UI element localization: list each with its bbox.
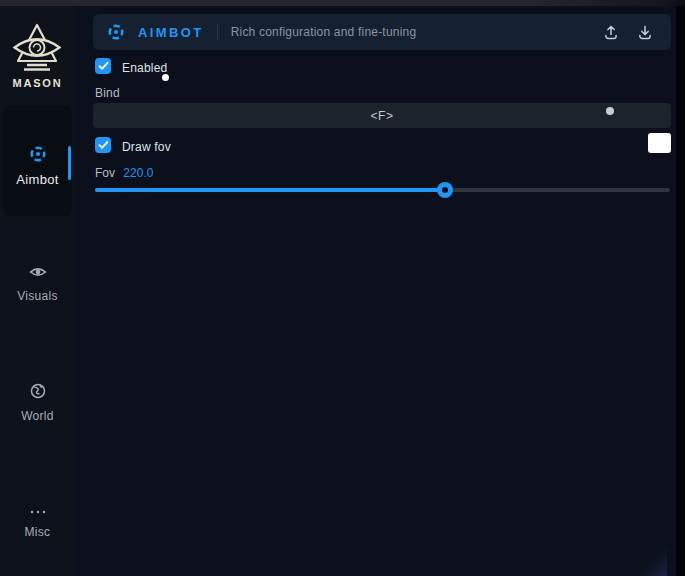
check-icon xyxy=(98,140,109,150)
sidebar-item-aimbot[interactable]: Aimbot xyxy=(0,145,75,187)
window-right-edge xyxy=(676,6,685,576)
draw-fov-checkbox[interactable] xyxy=(95,137,111,153)
enabled-checkbox[interactable] xyxy=(95,58,111,74)
crosshair-icon xyxy=(107,23,125,41)
download-icon[interactable] xyxy=(633,20,657,44)
mason-logo-icon xyxy=(12,22,62,74)
check-icon xyxy=(98,61,109,71)
sidebar-item-label: World xyxy=(0,409,75,423)
fov-label: Fov xyxy=(95,166,115,180)
header-separator xyxy=(217,24,218,40)
upload-icon[interactable] xyxy=(599,20,623,44)
fov-value-row: Fov 220.0 xyxy=(95,166,153,180)
sidebar-item-label: Visuals xyxy=(0,289,75,303)
brand-name: MASON xyxy=(0,77,75,89)
fov-value: 220.0 xyxy=(123,166,153,180)
sidebar-item-label: Aimbot xyxy=(0,172,75,187)
ellipsis-icon xyxy=(29,501,47,519)
bind-label: Bind xyxy=(95,86,120,100)
bind-indicator-dot xyxy=(606,107,614,115)
fov-slider[interactable] xyxy=(95,188,670,192)
bind-input[interactable]: <F> xyxy=(93,103,671,128)
sidebar-item-misc[interactable]: Misc xyxy=(0,501,75,539)
globe-icon xyxy=(30,383,46,403)
sidebar: MASON Aimbot Visuals xyxy=(0,6,75,576)
enabled-label: Enabled xyxy=(122,61,167,75)
mouse-cursor-dot xyxy=(162,74,169,81)
section-subtitle: Rich configuration and fine-tuning xyxy=(231,25,417,39)
sidebar-item-world[interactable]: World xyxy=(0,383,75,423)
draw-fov-label: Draw fov xyxy=(122,140,171,154)
section-header: AIMBOT Rich configuration and fine-tunin… xyxy=(93,14,671,50)
sidebar-item-label: Misc xyxy=(0,525,75,539)
fov-color-swatch[interactable] xyxy=(648,133,671,153)
fov-slider-fill xyxy=(95,188,445,192)
section-title: AIMBOT xyxy=(138,25,204,40)
sidebar-item-visuals[interactable]: Visuals xyxy=(0,265,75,303)
eye-icon xyxy=(29,265,47,283)
crosshair-icon xyxy=(29,145,47,167)
corner-shade xyxy=(627,542,667,576)
app-window: MASON Aimbot Visuals xyxy=(0,0,685,576)
main-panel: AIMBOT Rich configuration and fine-tunin… xyxy=(75,6,676,576)
bind-value: <F> xyxy=(371,109,394,123)
fov-slider-thumb[interactable] xyxy=(437,182,453,198)
